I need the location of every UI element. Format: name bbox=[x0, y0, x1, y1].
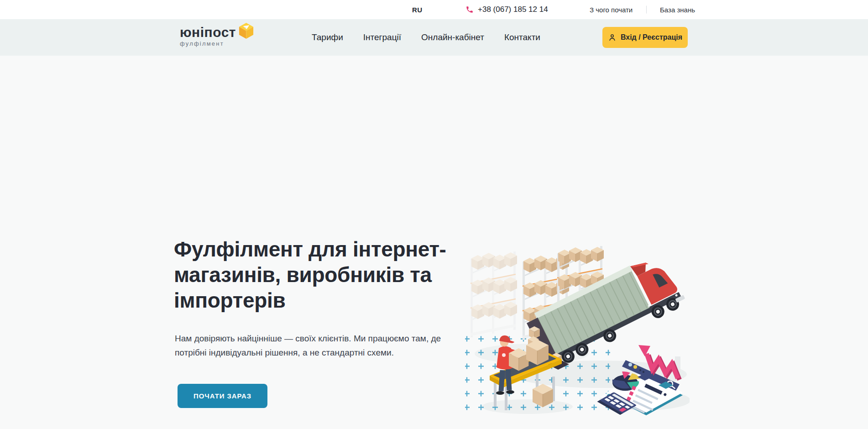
cube-icon bbox=[238, 22, 254, 39]
topbar: RU +38 (067) 185 12 14 З чого почати Баз… bbox=[0, 0, 868, 19]
topbar-link-getting-started[interactable]: З чого почати bbox=[590, 6, 633, 14]
logo-title: юніпост bbox=[180, 25, 236, 40]
hero-section: Фулфілмент для інтернет- магазинів, виро… bbox=[0, 56, 868, 429]
phone-link[interactable]: +38 (067) 185 12 14 bbox=[465, 5, 548, 14]
phone-icon bbox=[465, 5, 474, 14]
topbar-divider bbox=[646, 6, 647, 14]
hero-description: Нам довіряють найцінніше — своїх клієнті… bbox=[175, 331, 449, 360]
nav-item-tariffs[interactable]: Тарифи bbox=[312, 32, 343, 42]
start-now-button[interactable]: ПОЧАТИ ЗАРАЗ bbox=[178, 384, 267, 408]
site-header: юніпост фулфілмент Тарифи Інтеграції Онл… bbox=[0, 19, 868, 56]
language-switcher[interactable]: RU bbox=[412, 6, 423, 14]
main-nav: Тарифи Інтеграції Онлайн-кабінет Контакт… bbox=[312, 19, 540, 56]
user-icon bbox=[608, 33, 617, 42]
hero-title: Фулфілмент для інтернет- магазинів, виро… bbox=[174, 236, 446, 313]
logo[interactable]: юніпост фулфілмент bbox=[180, 25, 236, 47]
phone-number: +38 (067) 185 12 14 bbox=[478, 5, 548, 14]
login-register-button[interactable]: Вхід / Реєстрація bbox=[602, 27, 688, 48]
hero-illustration bbox=[463, 240, 690, 418]
topbar-link-knowledge-base[interactable]: База знань bbox=[660, 6, 695, 14]
nav-item-online-cabinet[interactable]: Онлайн-кабінет bbox=[421, 32, 484, 42]
nav-item-integrations[interactable]: Інтеграції bbox=[363, 32, 401, 42]
logo-subtitle: фулфілмент bbox=[180, 40, 236, 47]
nav-item-contacts[interactable]: Контакти bbox=[504, 32, 540, 42]
login-register-label: Вхід / Реєстрація bbox=[621, 33, 682, 42]
